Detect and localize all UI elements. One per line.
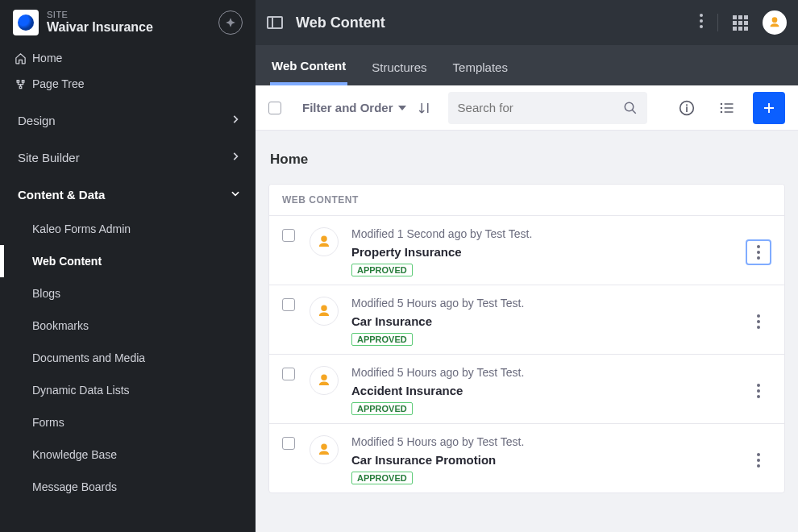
row-actions-button[interactable]	[746, 447, 771, 473]
svg-line-4	[632, 110, 636, 114]
chevron-right-icon	[230, 151, 241, 164]
row-meta: Modified 5 Hours ago by Test Test.	[351, 366, 746, 379]
svg-point-9	[721, 106, 723, 109]
svg-point-22	[757, 464, 760, 468]
table-row[interactable]: Modified 5 Hours ago by Test Test. Car I…	[269, 424, 784, 493]
row-meta: Modified 5 Hours ago by Test Test.	[351, 435, 746, 448]
home-icon	[15, 52, 32, 64]
page-title: Web Content	[296, 15, 700, 31]
svg-point-21	[757, 459, 760, 462]
row-checkbox[interactable]	[282, 368, 295, 380]
sidebar-section-site-builder[interactable]: Site Builder	[0, 139, 256, 176]
breadcrumb[interactable]: Home	[270, 152, 785, 168]
row-meta: Modified 1 Second ago by Test Test.	[351, 227, 746, 240]
table-row[interactable]: Modified 5 Hours ago by Test Test. Accid…	[269, 355, 784, 424]
search-box[interactable]	[448, 92, 647, 124]
status-badge: APPROVED	[351, 264, 413, 276]
view-button[interactable]	[713, 94, 742, 123]
add-button[interactable]	[753, 92, 785, 124]
row-avatar	[310, 366, 339, 395]
nav-page-tree[interactable]: Page Tree	[0, 71, 256, 97]
info-button[interactable]	[672, 94, 701, 123]
caret-down-icon	[398, 106, 406, 110]
page-tree-icon	[15, 78, 32, 90]
subnav-dynamic-data-lists[interactable]: Dynamic Data Lists	[32, 374, 256, 406]
svg-point-2	[700, 25, 703, 28]
main: Web Content Web Content Structures Templ…	[256, 0, 798, 532]
section-label: Design	[18, 114, 56, 127]
sidebar-section-design[interactable]: Design	[0, 102, 256, 139]
site-label: SITE	[47, 10, 218, 20]
plus-icon	[762, 101, 776, 115]
nav-home-label: Home	[32, 52, 62, 64]
user-avatar[interactable]	[763, 10, 787, 35]
toolbar: Filter and Order	[256, 85, 798, 131]
search-input[interactable]	[458, 101, 623, 114]
row-title: Accident Insurance	[351, 384, 746, 397]
tab-structures[interactable]: Structures	[370, 60, 428, 85]
row-avatar	[310, 297, 339, 326]
subnav-blogs[interactable]: Blogs	[32, 277, 256, 310]
svg-point-3	[625, 102, 634, 111]
svg-point-8	[721, 102, 723, 105]
row-avatar	[310, 435, 339, 464]
select-all-checkbox[interactable]	[268, 102, 281, 114]
row-actions-button[interactable]	[746, 239, 771, 265]
subnav-documents-media[interactable]: Documents and Media	[32, 342, 256, 374]
row-checkbox[interactable]	[282, 298, 295, 311]
subnav-knowledge-base[interactable]: Knowledge Base	[32, 438, 256, 471]
row-actions-button[interactable]	[746, 378, 771, 404]
nav-home[interactable]: Home	[0, 45, 256, 71]
subnav-kaleo-forms[interactable]: Kaleo Forms Admin	[32, 213, 256, 245]
site-logo[interactable]	[13, 10, 39, 35]
table-row[interactable]: Modified 5 Hours ago by Test Test. Car I…	[269, 285, 784, 355]
svg-point-19	[757, 395, 760, 398]
kebab-icon[interactable]	[700, 14, 703, 31]
subnav-message-boards[interactable]: Message Boards	[32, 471, 256, 503]
status-badge: APPROVED	[351, 402, 413, 415]
filter-label: Filter and Order	[302, 101, 393, 114]
subnav-web-content[interactable]: Web Content	[32, 245, 256, 277]
svg-point-6	[686, 104, 688, 106]
svg-rect-7	[686, 106, 688, 112]
sidebar-section-content-data[interactable]: Content & Data	[0, 176, 256, 213]
search-icon	[623, 101, 638, 115]
sort-button[interactable]	[418, 101, 432, 115]
site-name: Waivar Insurance	[47, 20, 218, 35]
subnav-bookmarks[interactable]: Bookmarks	[32, 310, 256, 342]
apps-icon[interactable]	[733, 15, 748, 31]
subnav-forms[interactable]: Forms	[32, 406, 256, 438]
section-label: Content & Data	[18, 188, 105, 202]
site-header: SITE Waivar Insurance	[0, 0, 256, 45]
info-icon	[679, 100, 695, 116]
filter-order-dropdown[interactable]: Filter and Order	[302, 101, 406, 114]
svg-point-18	[757, 389, 760, 393]
compass-icon[interactable]	[218, 10, 243, 35]
chevron-right-icon	[230, 114, 241, 127]
nav-page-tree-label: Page Tree	[32, 77, 85, 90]
status-badge: APPROVED	[351, 472, 413, 484]
row-meta: Modified 5 Hours ago by Test Test.	[351, 297, 746, 310]
chevron-down-icon	[230, 188, 241, 202]
section-label: Site Builder	[18, 151, 80, 164]
svg-point-20	[757, 453, 760, 456]
row-checkbox[interactable]	[282, 437, 295, 450]
svg-point-10	[721, 110, 723, 113]
svg-point-0	[700, 14, 703, 17]
row-title: Car Insurance	[351, 314, 746, 328]
topbar: Web Content	[256, 0, 798, 45]
sort-icon	[418, 101, 432, 115]
row-checkbox[interactable]	[282, 229, 295, 242]
divider	[717, 14, 718, 31]
tab-web-content[interactable]: Web Content	[270, 59, 347, 85]
logo-icon	[18, 15, 34, 31]
row-title: Car Insurance Promotion	[351, 453, 746, 467]
tab-templates[interactable]: Templates	[451, 60, 509, 85]
svg-point-1	[700, 19, 703, 23]
sidebar-subnav: Kaleo Forms Admin Web Content Blogs Book…	[0, 213, 256, 503]
panel-toggle-icon[interactable]	[267, 16, 283, 29]
content-area: Home WEB CONTENT Modified 1 Second ago b…	[256, 131, 798, 532]
table-row[interactable]: Modified 1 Second ago by Test Test. Prop…	[269, 216, 784, 285]
svg-point-15	[757, 320, 760, 323]
row-actions-button[interactable]	[746, 309, 771, 335]
